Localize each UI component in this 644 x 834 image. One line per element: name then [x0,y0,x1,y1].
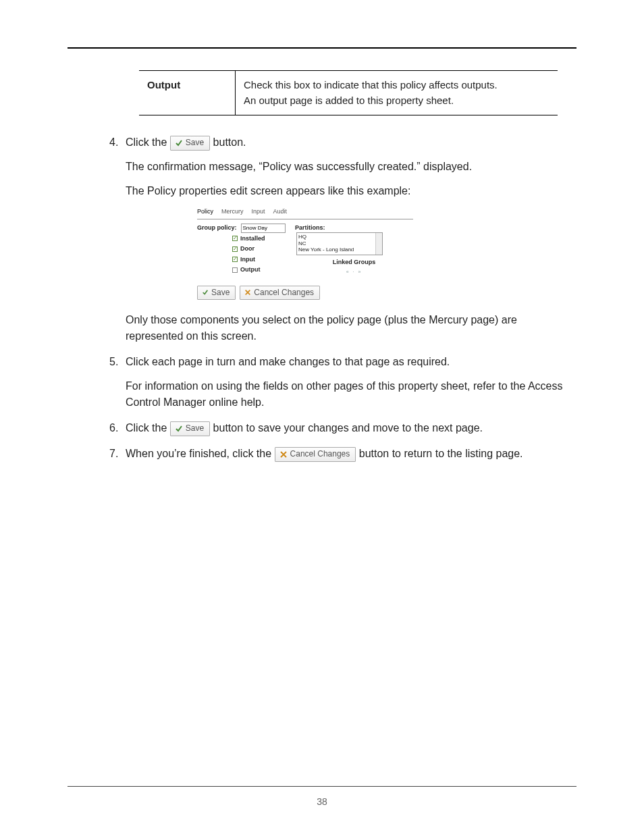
save-button[interactable]: Save [197,286,236,301]
tab-mercury[interactable]: Mercury [221,207,244,217]
checkmark-icon [175,139,183,147]
tab-audit[interactable]: Audit [273,207,288,217]
cancel-icon [279,450,288,459]
step-4-suffix: button. [213,136,246,148]
def-desc: Check this box to indicate that this pol… [236,71,558,115]
tab-policy[interactable]: Policy [197,207,213,217]
def-desc-line1: Check this box to indicate that this pol… [244,79,498,90]
step-6-number: 6. [109,420,118,436]
step-4-p4: Only those components you select on the … [126,312,576,344]
step-5-p1: Click each page in turn and make changes… [126,354,576,370]
step-4-number: 4. [109,134,118,151]
step-4-prefix: Click the [126,136,170,148]
step-6: 6. Click the Save button to save your ch… [68,420,576,436]
checkbox-door[interactable]: ✓ [232,246,238,252]
mock-right-column: Partitions: HQ NC New York - Long Island… [295,224,413,276]
pager[interactable]: « · » [295,269,413,276]
partition-item[interactable]: HQ [298,234,306,240]
partitions-label: Partitions: [295,224,325,233]
scrollbar[interactable] [375,233,382,255]
save-button-label: Save [186,423,204,434]
mock-left-column: Group policy: ✓ Installed ✓ Door [197,224,288,276]
save-button[interactable]: Save [170,136,210,151]
main-content: Output Check this box to indicate that t… [68,70,576,462]
cancel-icon [244,289,251,296]
step-5-p2: For information on using the fields on o… [126,378,576,411]
cancel-button[interactable]: Cancel Changes [240,286,320,301]
checkbox-installed-label: Installed [240,234,265,244]
mock-tabs: Policy Mercury Input Audit [197,207,413,219]
step-7-prefix: When you’re finished, click the [126,448,275,459]
footer-rule [68,786,576,787]
group-policy-input[interactable] [241,224,286,233]
step-4-p2: The confirmation message, “Policy was su… [126,159,576,175]
checkbox-input[interactable]: ✓ [232,257,238,262]
checkbox-output-label: Output [240,265,261,275]
partition-item[interactable]: New York - Long Island Warehouse [298,246,354,255]
step-7: 7. When you’re finished, click the Cance… [68,446,576,462]
checkbox-installed[interactable]: ✓ [232,236,238,241]
checkmark-icon [175,425,183,433]
step-6-suffix: button to save your changes and move to … [213,422,483,434]
policy-edit-screenshot: Policy Mercury Input Audit Group policy: [197,207,413,300]
step-5-number: 5. [109,354,118,370]
checkbox-input-label: Input [240,255,255,265]
save-button[interactable]: Save [170,421,210,436]
checkbox-door-label: Door [240,244,254,254]
step-5: 5. Click each page in turn and make chan… [68,354,576,411]
checkbox-output[interactable]: ✓ [232,267,238,273]
save-button-label: Save [186,138,204,149]
group-policy-label: Group policy: [197,224,237,233]
definition-table: Output Check this box to indicate that t… [139,70,558,115]
save-button-label: Save [211,288,230,298]
cancel-button-label: Cancel Changes [290,449,350,460]
def-desc-line2: An output page is added to this property… [244,95,454,106]
def-label: Output [139,71,236,115]
step-6-prefix: Click the [126,422,170,434]
step-7-number: 7. [109,446,118,462]
linked-groups-label: Linked Groups [295,258,413,267]
step-7-suffix: button to return to the listing page. [359,448,523,459]
step-4: 4. Click the Save button. The confirmati… [68,134,576,344]
tab-input[interactable]: Input [252,207,265,217]
header-rule [68,47,576,49]
page-number: 38 [0,796,644,807]
cancel-button-label: Cancel Changes [254,288,314,298]
step-4-p3: The Policy properties edit screen appear… [126,183,576,199]
cancel-button[interactable]: Cancel Changes [275,447,356,462]
checkmark-icon [202,289,209,296]
partition-item[interactable]: NC [298,240,306,246]
partitions-listbox[interactable]: HQ NC New York - Long Island Warehouse [296,232,383,255]
